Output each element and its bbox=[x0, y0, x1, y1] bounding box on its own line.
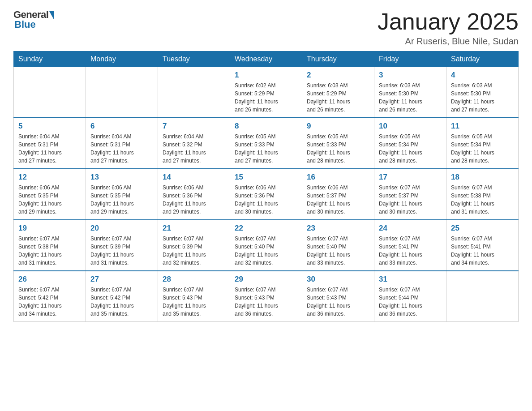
day-info: Sunrise: 6:07 AMSunset: 5:38 PMDaylight:… bbox=[451, 184, 514, 216]
day-number: 1 bbox=[235, 71, 297, 80]
calendar-cell: 26Sunrise: 6:07 AMSunset: 5:42 PMDayligh… bbox=[14, 271, 86, 322]
calendar-cell: 7Sunrise: 6:04 AMSunset: 5:32 PMDaylight… bbox=[158, 118, 230, 169]
day-number: 31 bbox=[379, 275, 442, 284]
column-header-tuesday: Tuesday bbox=[158, 51, 230, 67]
calendar-cell: 30Sunrise: 6:07 AMSunset: 5:43 PMDayligh… bbox=[302, 271, 374, 322]
day-info: Sunrise: 6:06 AMSunset: 5:35 PMDaylight:… bbox=[90, 184, 153, 216]
calendar-cell: 17Sunrise: 6:07 AMSunset: 5:37 PMDayligh… bbox=[374, 169, 446, 220]
calendar-cell: 11Sunrise: 6:05 AMSunset: 5:34 PMDayligh… bbox=[446, 118, 519, 169]
day-number: 23 bbox=[307, 224, 369, 233]
day-info: Sunrise: 6:03 AMSunset: 5:30 PMDaylight:… bbox=[379, 81, 442, 114]
day-info: Sunrise: 6:07 AMSunset: 5:43 PMDaylight:… bbox=[307, 286, 369, 318]
page-header: General Blue January 2025 Ar Ruseris, Bl… bbox=[13, 9, 519, 47]
day-number: 30 bbox=[307, 275, 369, 284]
column-header-friday: Friday bbox=[374, 51, 446, 67]
day-number: 28 bbox=[163, 275, 225, 284]
calendar-week-row: 5Sunrise: 6:04 AMSunset: 5:31 PMDaylight… bbox=[14, 118, 519, 169]
day-info: Sunrise: 6:06 AMSunset: 5:37 PMDaylight:… bbox=[307, 184, 369, 216]
logo-triangle-icon bbox=[49, 11, 54, 19]
column-header-sunday: Sunday bbox=[14, 51, 86, 67]
day-number: 14 bbox=[163, 173, 225, 182]
calendar-cell: 29Sunrise: 6:07 AMSunset: 5:43 PMDayligh… bbox=[230, 271, 302, 322]
calendar-cell: 24Sunrise: 6:07 AMSunset: 5:41 PMDayligh… bbox=[374, 220, 446, 271]
day-number: 19 bbox=[18, 224, 81, 233]
calendar-cell: 3Sunrise: 6:03 AMSunset: 5:30 PMDaylight… bbox=[374, 67, 446, 118]
calendar-cell: 15Sunrise: 6:06 AMSunset: 5:36 PMDayligh… bbox=[230, 169, 302, 220]
month-title: January 2025 bbox=[378, 9, 519, 34]
day-info: Sunrise: 6:04 AMSunset: 5:31 PMDaylight:… bbox=[18, 133, 81, 165]
calendar-cell: 1Sunrise: 6:02 AMSunset: 5:29 PMDaylight… bbox=[230, 67, 302, 118]
calendar-week-row: 12Sunrise: 6:06 AMSunset: 5:35 PMDayligh… bbox=[14, 169, 519, 220]
column-header-monday: Monday bbox=[86, 51, 158, 67]
day-info: Sunrise: 6:07 AMSunset: 5:41 PMDaylight:… bbox=[379, 235, 442, 267]
calendar-cell: 10Sunrise: 6:05 AMSunset: 5:34 PMDayligh… bbox=[374, 118, 446, 169]
calendar-cell: 23Sunrise: 6:07 AMSunset: 5:40 PMDayligh… bbox=[302, 220, 374, 271]
calendar-cell: 25Sunrise: 6:07 AMSunset: 5:41 PMDayligh… bbox=[446, 220, 519, 271]
day-info: Sunrise: 6:05 AMSunset: 5:34 PMDaylight:… bbox=[451, 133, 514, 165]
calendar-week-row: 26Sunrise: 6:07 AMSunset: 5:42 PMDayligh… bbox=[14, 271, 519, 322]
calendar-cell: 8Sunrise: 6:05 AMSunset: 5:33 PMDaylight… bbox=[230, 118, 302, 169]
calendar-cell: 19Sunrise: 6:07 AMSunset: 5:38 PMDayligh… bbox=[14, 220, 86, 271]
calendar-cell: 31Sunrise: 6:07 AMSunset: 5:44 PMDayligh… bbox=[374, 271, 446, 322]
day-info: Sunrise: 6:07 AMSunset: 5:40 PMDaylight:… bbox=[235, 235, 297, 267]
calendar-cell: 6Sunrise: 6:04 AMSunset: 5:31 PMDaylight… bbox=[86, 118, 158, 169]
day-info: Sunrise: 6:07 AMSunset: 5:44 PMDaylight:… bbox=[379, 286, 442, 318]
day-info: Sunrise: 6:03 AMSunset: 5:29 PMDaylight:… bbox=[307, 81, 369, 114]
logo-blue-text: Blue bbox=[14, 19, 36, 30]
day-info: Sunrise: 6:05 AMSunset: 5:34 PMDaylight:… bbox=[379, 133, 442, 165]
day-info: Sunrise: 6:07 AMSunset: 5:37 PMDaylight:… bbox=[379, 184, 442, 216]
day-info: Sunrise: 6:06 AMSunset: 5:36 PMDaylight:… bbox=[163, 184, 225, 216]
calendar-cell: 22Sunrise: 6:07 AMSunset: 5:40 PMDayligh… bbox=[230, 220, 302, 271]
day-number: 7 bbox=[163, 122, 225, 131]
calendar-cell: 16Sunrise: 6:06 AMSunset: 5:37 PMDayligh… bbox=[302, 169, 374, 220]
calendar-cell bbox=[86, 67, 158, 118]
calendar-cell: 14Sunrise: 6:06 AMSunset: 5:36 PMDayligh… bbox=[158, 169, 230, 220]
calendar-cell: 27Sunrise: 6:07 AMSunset: 5:42 PMDayligh… bbox=[86, 271, 158, 322]
day-number: 10 bbox=[379, 122, 442, 131]
column-header-saturday: Saturday bbox=[446, 51, 519, 67]
calendar-cell bbox=[446, 271, 519, 322]
day-info: Sunrise: 6:07 AMSunset: 5:42 PMDaylight:… bbox=[90, 286, 153, 318]
day-number: 21 bbox=[163, 224, 225, 233]
calendar-cell: 13Sunrise: 6:06 AMSunset: 5:35 PMDayligh… bbox=[86, 169, 158, 220]
day-info: Sunrise: 6:04 AMSunset: 5:31 PMDaylight:… bbox=[90, 133, 153, 165]
day-info: Sunrise: 6:07 AMSunset: 5:43 PMDaylight:… bbox=[235, 286, 297, 318]
logo: General Blue bbox=[13, 9, 54, 30]
calendar-cell: 18Sunrise: 6:07 AMSunset: 5:38 PMDayligh… bbox=[446, 169, 519, 220]
calendar-cell bbox=[158, 67, 230, 118]
calendar-cell: 28Sunrise: 6:07 AMSunset: 5:43 PMDayligh… bbox=[158, 271, 230, 322]
column-header-wednesday: Wednesday bbox=[230, 51, 302, 67]
day-number: 12 bbox=[18, 173, 81, 182]
day-number: 13 bbox=[90, 173, 153, 182]
day-info: Sunrise: 6:05 AMSunset: 5:33 PMDaylight:… bbox=[235, 133, 297, 165]
title-block: January 2025 Ar Ruseris, Blue Nile, Suda… bbox=[378, 9, 519, 47]
calendar-cell bbox=[14, 67, 86, 118]
day-info: Sunrise: 6:06 AMSunset: 5:35 PMDaylight:… bbox=[18, 184, 81, 216]
day-number: 11 bbox=[451, 122, 514, 131]
day-info: Sunrise: 6:07 AMSunset: 5:41 PMDaylight:… bbox=[451, 235, 514, 267]
column-header-thursday: Thursday bbox=[302, 51, 374, 67]
calendar-header-row: SundayMondayTuesdayWednesdayThursdayFrid… bbox=[14, 51, 519, 67]
day-number: 6 bbox=[90, 122, 153, 131]
calendar-week-row: 1Sunrise: 6:02 AMSunset: 5:29 PMDaylight… bbox=[14, 67, 519, 118]
day-number: 25 bbox=[451, 224, 514, 233]
day-number: 20 bbox=[90, 224, 153, 233]
day-info: Sunrise: 6:07 AMSunset: 5:39 PMDaylight:… bbox=[90, 235, 153, 267]
calendar-cell: 9Sunrise: 6:05 AMSunset: 5:33 PMDaylight… bbox=[302, 118, 374, 169]
day-info: Sunrise: 6:06 AMSunset: 5:36 PMDaylight:… bbox=[235, 184, 297, 216]
day-info: Sunrise: 6:07 AMSunset: 5:39 PMDaylight:… bbox=[163, 235, 225, 267]
day-number: 4 bbox=[451, 71, 514, 80]
calendar-cell: 4Sunrise: 6:03 AMSunset: 5:30 PMDaylight… bbox=[446, 67, 519, 118]
day-info: Sunrise: 6:04 AMSunset: 5:32 PMDaylight:… bbox=[163, 133, 225, 165]
day-number: 24 bbox=[379, 224, 442, 233]
day-info: Sunrise: 6:05 AMSunset: 5:33 PMDaylight:… bbox=[307, 133, 369, 165]
day-number: 2 bbox=[307, 71, 369, 80]
day-number: 16 bbox=[307, 173, 369, 182]
day-number: 22 bbox=[235, 224, 297, 233]
day-number: 3 bbox=[379, 71, 442, 80]
calendar-cell: 21Sunrise: 6:07 AMSunset: 5:39 PMDayligh… bbox=[158, 220, 230, 271]
day-info: Sunrise: 6:07 AMSunset: 5:43 PMDaylight:… bbox=[163, 286, 225, 318]
day-number: 26 bbox=[18, 275, 81, 284]
day-number: 8 bbox=[235, 122, 297, 131]
day-number: 9 bbox=[307, 122, 369, 131]
